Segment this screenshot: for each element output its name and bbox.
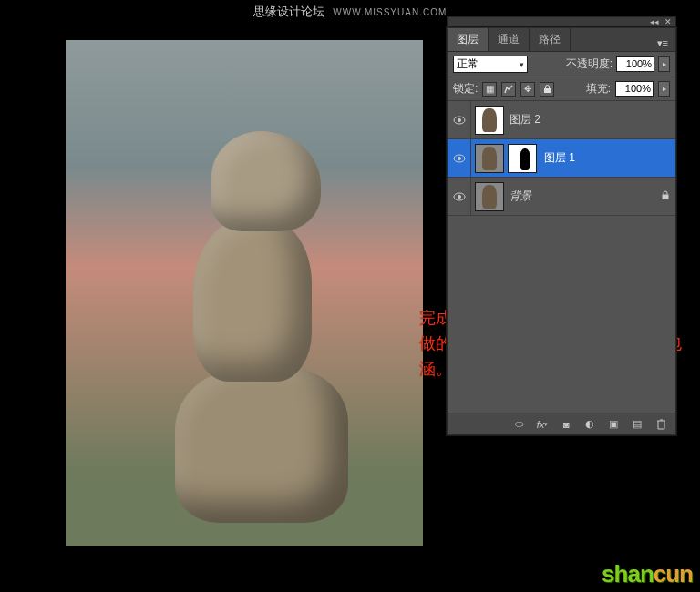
layer-row[interactable]: 图层 2: [448, 101, 675, 139]
watermark-logo: shancun: [602, 560, 693, 588]
opacity-input[interactable]: 100%: [616, 56, 654, 72]
eye-icon: [453, 116, 466, 125]
logo-part2: cun: [654, 560, 693, 587]
lock-position-icon[interactable]: ✥: [520, 82, 535, 97]
lock-label: 锁定:: [453, 81, 478, 97]
fill-label: 填充:: [586, 81, 611, 97]
layer-list: 图层 2 图层 1 背景: [448, 101, 675, 216]
layer-mask-thumbnail[interactable]: [508, 144, 537, 173]
trash-icon[interactable]: [654, 417, 668, 432]
panel-tabs: 图层 通道 路径 ▾≡: [448, 28, 675, 52]
collapse-icon[interactable]: ◂◂: [650, 18, 659, 26]
layer-name[interactable]: 图层 1: [544, 150, 575, 166]
statue-image: [175, 131, 366, 532]
svg-rect-0: [544, 88, 551, 93]
new-group-icon[interactable]: ▣: [606, 417, 621, 432]
layers-panel: 图层 通道 路径 ▾≡ 正常 ▾ 不透明度: 100% ▸ 锁定: ▦ ✥ 填充…: [447, 27, 676, 435]
fx-icon[interactable]: fx▾: [535, 417, 550, 432]
fill-input[interactable]: 100%: [615, 81, 654, 97]
svg-point-2: [458, 118, 461, 122]
visibility-toggle[interactable]: [448, 178, 471, 215]
layer-thumbnail[interactable]: [475, 182, 504, 211]
eye-icon: [453, 154, 466, 163]
chevron-down-icon: ▾: [520, 60, 524, 69]
blend-opacity-row: 正常 ▾ 不透明度: 100% ▸: [448, 52, 675, 77]
new-layer-icon[interactable]: ▤: [630, 417, 644, 432]
watermark-site: WWW.MISSYUAN.COM: [333, 7, 447, 17]
layer-row[interactable]: 图层 1: [448, 139, 675, 178]
tab-layers[interactable]: 图层: [448, 27, 489, 51]
watermark-title: 思缘设计论坛: [253, 5, 324, 18]
lock-transparent-icon[interactable]: ▦: [482, 82, 497, 97]
svg-rect-7: [663, 195, 669, 200]
layer-thumbnail[interactable]: [475, 144, 504, 173]
opacity-flyout-icon[interactable]: ▸: [658, 56, 670, 72]
link-layers-icon[interactable]: ⬭: [511, 417, 526, 432]
visibility-toggle[interactable]: [448, 101, 471, 138]
panel-menu-icon[interactable]: ▾≡: [654, 36, 672, 51]
svg-point-6: [458, 195, 461, 199]
eye-icon: [453, 192, 466, 201]
panel-title-bar[interactable]: ◂◂ ✕: [447, 16, 676, 27]
layer-name[interactable]: 背景: [510, 189, 531, 204]
logo-part1: shan: [602, 560, 654, 587]
tab-paths[interactable]: 路径: [530, 28, 571, 51]
document-canvas[interactable]: [66, 40, 423, 546]
opacity-label: 不透明度:: [566, 56, 612, 72]
visibility-toggle[interactable]: [448, 139, 471, 177]
adjustment-layer-icon[interactable]: ◐: [582, 417, 597, 432]
lock-fill-row: 锁定: ▦ ✥ 填充: 100% ▸: [448, 77, 675, 101]
blend-mode-value: 正常: [457, 56, 479, 72]
tab-channels[interactable]: 通道: [489, 28, 530, 51]
layer-thumbnail[interactable]: [475, 106, 504, 135]
blend-mode-select[interactable]: 正常 ▾: [453, 56, 528, 73]
panel-footer: ⬭ fx▾ ◙ ◐ ▣ ▤: [448, 413, 675, 434]
layer-name[interactable]: 图层 2: [510, 112, 540, 128]
add-mask-icon[interactable]: ◙: [559, 417, 573, 432]
lock-icon: [661, 190, 670, 202]
layer-row[interactable]: 背景: [448, 178, 675, 216]
lock-pixels-icon[interactable]: [501, 82, 516, 97]
svg-point-4: [458, 157, 461, 160]
fill-flyout-icon[interactable]: ▸: [658, 81, 670, 97]
lock-all-icon[interactable]: [540, 82, 554, 97]
close-icon[interactable]: ✕: [664, 18, 672, 26]
